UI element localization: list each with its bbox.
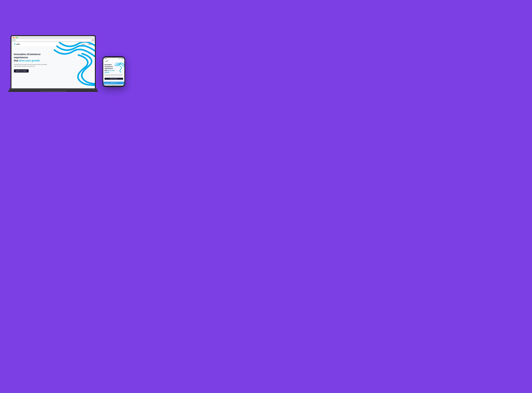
- phone-header: teifi ≡: [103, 59, 124, 63]
- hero-cta-button[interactable]: Speak to our experts: [14, 69, 29, 73]
- laptop-device: teifi About Contact: [8, 35, 98, 92]
- svg-rect-3: [105, 61, 105, 62]
- phone-menu-icon[interactable]: ≡: [122, 60, 123, 62]
- phone-url-text: example.com: [112, 85, 116, 85]
- hero-title-part1: Innovative eCommerce experiences: [14, 53, 41, 59]
- hero-content: Innovative eCommerce experiences that dr…: [11, 47, 57, 75]
- phone-logo: teifi: [104, 60, 108, 62]
- website-content: teifi About Contact: [11, 42, 95, 88]
- phone-hero-title: Innovative eCommerce experiences that dr…: [104, 64, 115, 73]
- phone-jump-label: JUMP TO SECTION: [104, 82, 123, 83]
- hero-title: Innovative eCommerce experiences that dr…: [14, 53, 55, 62]
- laptop-browser: teifi About Contact: [11, 36, 95, 88]
- phone-url-bar: example.com: [103, 84, 124, 86]
- scene: teifi About Contact: [8, 6, 125, 92]
- laptop-screen-outer: teifi About Contact: [10, 35, 96, 88]
- traffic-light-green[interactable]: [16, 37, 18, 38]
- svg-rect-1: [15, 44, 15, 45]
- hero-title-part2: that: [14, 59, 19, 62]
- browser-chrome: [11, 36, 95, 42]
- hero-description: Teifi Digital unlocks explosive growth t…: [14, 64, 48, 67]
- phone-device: 9:41 ▲▲▲ ⌘ ▮ teifi: [103, 56, 125, 87]
- browser-nav-dots: [13, 39, 15, 41]
- phone-logo-text: teifi: [106, 60, 108, 62]
- phone-tab-services[interactable]: Our services: [109, 83, 114, 84]
- wifi-icon: ⌘: [121, 58, 122, 59]
- traffic-light-yellow[interactable]: [15, 37, 16, 38]
- browser-refresh-icon[interactable]: [92, 39, 94, 41]
- battery-icon: ▮: [122, 58, 123, 59]
- phone-squiggly: [114, 63, 124, 72]
- teifi-logo-icon: [14, 43, 16, 45]
- site-logo-text: teifi: [16, 43, 20, 45]
- phone-tab-other[interactable]: Our c: [114, 83, 116, 84]
- phone-hero-desc: Teifi Digital unlocks explosive growth t…: [104, 74, 123, 76]
- phone-teifi-logo-icon: [104, 60, 106, 62]
- phone-tab-solutions[interactable]: Our solutions: [104, 83, 109, 84]
- hero-title-highlight: drive your growth.: [19, 59, 40, 62]
- phone-hero-cta-button[interactable]: Speak to our experts: [104, 78, 123, 80]
- phone-screen: 9:41 ▲▲▲ ⌘ ▮ teifi: [103, 58, 124, 86]
- phone-hero-title-highlight: drive your growth.: [104, 69, 115, 73]
- phone-status-icons: ▲▲▲ ⌘ ▮: [118, 58, 123, 59]
- site-logo: teifi: [14, 43, 20, 45]
- browser-address-bar[interactable]: [16, 39, 91, 41]
- phone-status-bar: 9:41 ▲▲▲ ⌘ ▮: [103, 58, 124, 59]
- phone-jump-section: JUMP TO SECTION Our solutions Our servic…: [103, 82, 124, 84]
- nav-dot: [13, 39, 14, 41]
- browser-nav-row: [13, 39, 94, 41]
- phone-time: 9:41: [105, 58, 107, 59]
- nav-dot: [14, 39, 15, 41]
- phone-jump-tabs: Our solutions Our services Our c: [104, 83, 123, 84]
- traffic-lights: [13, 37, 94, 38]
- signal-icon: ▲▲▲: [118, 58, 121, 59]
- laptop-base: [9, 88, 97, 91]
- traffic-light-red[interactable]: [13, 37, 14, 38]
- phone-hero: Innovative eCommerce experiences that dr…: [103, 63, 124, 82]
